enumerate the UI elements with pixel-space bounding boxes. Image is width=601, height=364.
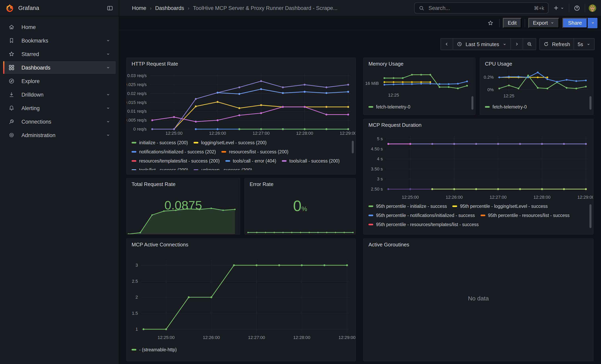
panel-title[interactable]: Total Request Rate [131,181,175,187]
legend-item[interactable]: resources/list - success (200) [221,149,288,155]
compass-icon [8,78,15,84]
breadcrumb-link[interactable]: Home [132,5,146,11]
sidebar-item-alerting[interactable]: Alerting [3,102,116,114]
chevron-down-icon [591,21,595,25]
legend-item[interactable]: tools/call - success (200) [282,158,340,164]
brand-area: Grafana [0,0,119,16]
svg-text:16 MiB: 16 MiB [365,81,379,86]
refresh-interval-select[interactable]: 5s [574,39,594,50]
panel-title[interactable]: CPU Usage [485,61,512,67]
divider [524,19,525,27]
panel-title[interactable]: Memory Usage [369,61,403,67]
panel-title[interactable]: Error Rate [250,181,273,187]
legend-item[interactable]: 95th percentile - resources/templates/li… [369,222,479,227]
time-shift-forward-button[interactable] [510,39,522,50]
legend-item[interactable]: 95th percentile - notifications/initiali… [369,213,475,218]
panel-title[interactable]: HTTP Request Rate [131,61,178,67]
edit-button[interactable]: Edit [503,18,521,28]
share-split-button: Share [563,18,597,28]
favorite-star-icon[interactable] [485,20,496,26]
chevron-down-icon [106,52,110,56]
svg-text:12:25:00: 12:25:00 [158,335,175,340]
mcp-active-connections-chart[interactable]: 11.522.5312:25:0012:26:0012:27:0012:28:0… [127,239,355,361]
panel-title[interactable]: MCP Active Connections [131,242,188,247]
legend-item[interactable]: - (streamable-http) [131,347,177,353]
legend-item[interactable]: 95th percentile - initialize - success [369,204,447,209]
star-icon [8,51,15,57]
sidebar-item-dashboards[interactable]: Dashboards [3,61,116,74]
user-avatar[interactable] [589,4,596,12]
legend-item[interactable]: resources/templates/list - success (200) [131,158,220,164]
top-navigation: Grafana Home›Dashboards›ToolHive MCP Ser… [0,0,601,16]
svg-text:0.005 req/s: 0.005 req/s [127,118,147,123]
svg-text:12:26:00: 12:26:00 [209,131,226,136]
svg-text:12:27:00: 12:27:00 [253,131,270,136]
sidebar-item-label: Administration [21,132,55,138]
share-menu-button[interactable] [588,18,597,28]
legend-item[interactable]: fetch-telemetry-0 [485,104,527,110]
legend-swatch [193,142,198,143]
legend-item[interactable]: unknown - success (200) [194,167,252,170]
svg-text:12:25:00: 12:25:00 [402,195,419,200]
legend-scrollbar[interactable] [590,96,591,110]
time-range-picker[interactable]: Last 5 minutes [453,39,510,50]
svg-text:0.025 req/s: 0.025 req/s [127,82,147,87]
divider [585,4,585,12]
legend-item[interactable]: logging/setLevel - success (200) [193,140,267,146]
search-icon [419,5,424,11]
sidebar-item-home[interactable]: Home [3,21,116,33]
legend-scrollbar[interactable] [590,204,591,228]
breadcrumb-separator-icon: › [150,5,152,11]
legend-swatch [485,106,490,108]
legend-scrollbar[interactable] [352,141,354,153]
svg-text:4.50 s: 4.50 s [371,147,383,151]
svg-text:3 s: 3 s [377,177,383,181]
svg-text:1.5: 1.5 [132,311,138,316]
legend-item[interactable]: 95th percentile - resources/list - succe… [480,213,569,218]
zoom-out-button[interactable] [522,39,536,50]
export-button[interactable]: Export [528,18,559,28]
sidebar-item-explore[interactable]: Explore [3,75,116,88]
panel-memory-usage: Memory Usage 16 MiB12:25 fetch-telemetry… [363,58,475,115]
legend-item[interactable]: fetch-telemetry-0 [369,104,411,110]
chevron-right-icon [514,42,519,47]
memory-legend: fetch-telemetry-0 [369,104,464,110]
panel-title[interactable]: Active Goroutines [369,242,409,247]
share-button[interactable]: Share [563,18,588,28]
breadcrumb-link[interactable]: Dashboards [155,5,184,11]
sidebar-item-starred[interactable]: Starred [3,48,116,60]
search-input[interactable] [428,5,531,11]
svg-text:3: 3 [136,263,138,268]
legend-item[interactable]: tools/list - success (200) [131,167,188,170]
svg-text:12:25: 12:25 [503,93,514,98]
legend-swatch [369,106,373,108]
legend-item[interactable]: initialize - success (200) [131,140,188,146]
sidebar-item-drilldown[interactable]: Drilldown [3,88,116,101]
sidebar-item-administration[interactable]: Administration [3,129,116,141]
grafana-logo-icon[interactable] [6,4,14,12]
sidebar-item-label: Bookmarks [21,38,48,43]
legend-item[interactable]: 95th percentile - logging/setLevel - suc… [452,204,548,209]
chevron-down-icon [586,42,591,46]
sidebar-toggle-icon[interactable] [107,5,113,11]
chevron-down-icon [106,92,110,97]
help-button[interactable] [573,4,581,12]
legend-item[interactable]: tools/call - error (404) [225,158,276,164]
sidebar-item-bookmarks[interactable]: Bookmarks [3,34,116,47]
time-shift-back-button[interactable] [441,39,453,50]
svg-text:2.50 s: 2.50 s [371,187,383,192]
refresh-button[interactable]: Refresh [540,39,574,50]
sidebar: Home Bookmarks Starred Dashboards Explor… [0,16,119,364]
legend-scrollbar[interactable] [471,96,473,110]
sidebar-item-connections[interactable]: Connections [3,115,116,128]
legend-swatch [369,215,373,216]
panel-title[interactable]: MCP Request Duration [369,122,421,128]
add-new-button[interactable] [552,4,565,12]
legend-item[interactable]: notifications/initialized - success (202… [131,149,216,155]
sidebar-item-label: Explore [21,78,40,84]
chevron-down-icon [550,21,555,25]
search-box[interactable]: ⌘+k [414,2,549,13]
chevron-down-icon [502,42,507,46]
breadcrumb-separator-icon: › [188,5,190,11]
chevron-down-icon [106,119,110,124]
